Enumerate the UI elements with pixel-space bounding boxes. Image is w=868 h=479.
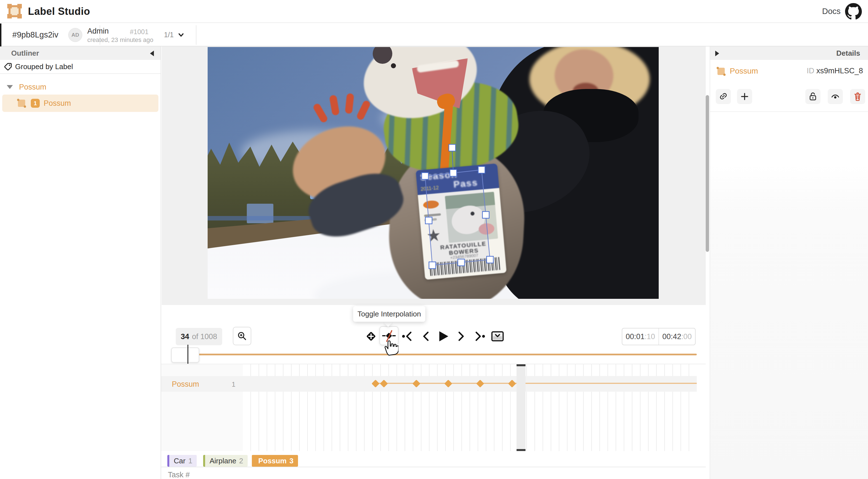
bbox-handle-tl[interactable] [422,172,428,179]
task-id: #9pb8Lgs2iv [12,30,58,39]
label-group-name: Possum [19,83,46,92]
bbox-handle-rm[interactable] [483,212,489,218]
bbox-handle-bl[interactable] [429,262,436,268]
prev-keyframe-icon [401,331,413,342]
label-name: Possum [258,457,286,465]
next-keyframe-icon [473,331,486,342]
keyframe-span-line [375,383,697,384]
timeline-playhead[interactable] [517,364,526,451]
details-title: Details [836,49,860,58]
timeline-frames-area: Possum 1 [161,364,706,450]
tooltip: Toggle Interpolation [353,306,425,322]
divider [710,111,868,112]
total-frames: of 1008 [192,332,217,341]
app-header: Label Studio Docs [0,0,868,23]
trash-icon [854,92,862,101]
label-studio-app: Label Studio Docs #9pb8Lgs2iv AD Admin #… [0,0,868,479]
label-name: Car [174,457,186,465]
prev-keyframe-button[interactable] [400,328,415,344]
annotation-id: #1001 [130,28,149,36]
github-icon[interactable] [845,3,862,20]
bbox-handle-lm[interactable] [425,217,432,224]
outliner-header: Outliner [0,46,161,60]
bbox-handle-tm[interactable] [450,169,457,176]
grouping-selector[interactable]: Grouped by Label [0,60,161,74]
lock-icon [809,92,817,101]
total-time-frames: :00 [681,332,692,341]
eye-icon [831,93,840,100]
rectangle-region-icon [16,98,27,108]
scrollbar-thumb[interactable] [706,95,709,252]
region-name: Possum [44,99,71,108]
mouse-cursor [384,339,399,356]
prev-frame-button[interactable] [417,328,433,344]
rectangle-region-icon [716,66,726,77]
lock-region-button[interactable] [805,89,820,104]
play-button[interactable] [435,328,451,344]
label-group-possum[interactable]: Possum [0,81,161,93]
region-id-value: xs9mHLSC_8 [816,67,863,75]
plus-icon [740,92,749,101]
outliner-title: Outliner [11,49,39,58]
bbox-handle-br[interactable] [487,256,493,263]
grouping-label: Grouped by Label [15,62,73,71]
region-id-label: ID [807,67,814,75]
video-frame[interactable]: Season Pass 2011-12 RATATOUILLE BOWERS +… [208,47,659,299]
docs-link[interactable]: Docs [822,7,841,16]
total-time[interactable]: 00:42:00 [658,328,695,345]
add-relation-button[interactable] [737,89,752,104]
chevron-left-icon [421,331,430,342]
created-timestamp: created, 23 minutes ago [87,36,153,44]
seek-playhead[interactable] [187,345,188,365]
bbox-annotation[interactable] [208,47,659,299]
user-avatar[interactable]: AD [68,28,82,42]
play-icon [438,330,449,343]
boxed-chevron-down-icon [491,331,504,342]
divider [196,25,196,45]
details-panel: Details Possum ID xs9mHLSC_8 [710,46,868,479]
region-id: ID xs9mHLSC_8 [807,67,863,75]
app-title: Label Studio [28,6,90,17]
seek-window-handle[interactable] [171,348,199,362]
frame-counter[interactable]: 34 of 1008 [176,328,222,345]
label-chip-possum[interactable]: Possum 3 [252,455,298,467]
link-region-button[interactable] [716,89,731,104]
current-frame[interactable]: 34 [181,332,189,341]
zoom-in-button[interactable] [233,327,251,345]
caret-down-icon[interactable] [7,85,13,89]
bbox-handle-bm[interactable] [458,259,465,266]
divider [161,467,706,467]
label-chip-airplane[interactable]: Airplane 2 [203,455,248,467]
next-keyframe-button[interactable] [472,328,488,344]
tag-icon [4,62,12,71]
timeline-view-button[interactable] [490,328,505,344]
current-time-main: 00:01 [626,332,645,341]
track-region-count: 1 [232,381,235,388]
collapse-left-icon[interactable] [150,51,154,56]
label-studio-logo-icon[interactable] [7,4,22,19]
possum-track-row [161,376,697,392]
rotation-handle[interactable] [449,145,456,151]
next-frame-button[interactable] [454,328,469,344]
hide-region-button[interactable] [828,89,843,104]
add-keyframe-button[interactable] [363,328,379,344]
left-edge-strip [0,24,1,46]
delete-region-button[interactable] [850,89,865,104]
chevron-down-icon[interactable] [178,32,184,38]
total-time-main: 00:42 [662,332,681,341]
label-color-bar [167,455,169,467]
details-header: Details [710,46,868,60]
current-time[interactable]: 00:01:10 [622,328,658,345]
outliner-sidebar: Outliner Grouped by Label Possum 1 Possu… [0,46,161,479]
playhead-top-cap[interactable] [517,364,526,366]
time-display: 00:01:10 00:42:00 [622,328,695,345]
bbox-region[interactable] [425,170,490,265]
track-label[interactable]: Possum [172,380,199,389]
label-hotkey: 3 [289,457,293,465]
playhead-bottom-cap[interactable] [517,449,526,451]
collapse-right-icon[interactable] [715,51,719,56]
region-item-possum[interactable]: 1 Possum [2,95,158,112]
label-chip-car[interactable]: Car 1 [167,455,197,467]
bbox-handle-tr[interactable] [478,166,485,173]
seek-bar[interactable] [178,354,697,355]
